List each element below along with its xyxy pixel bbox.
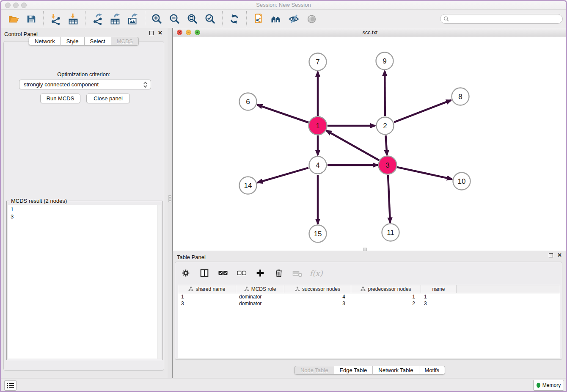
table-row[interactable]: 1dominator411 bbox=[178, 293, 560, 300]
function-builder-button[interactable]: f(x) bbox=[310, 266, 322, 280]
table-panel-float-icon[interactable] bbox=[549, 253, 553, 257]
edge-2-3[interactable] bbox=[386, 135, 387, 155]
table-cell[interactable]: 3 bbox=[421, 300, 457, 307]
memory-label: Memory bbox=[542, 382, 561, 388]
column-header-mcds-role[interactable]: MCDS role bbox=[236, 285, 284, 293]
show-column-panel-button[interactable] bbox=[198, 266, 211, 280]
export-table-icon bbox=[109, 13, 121, 25]
table-panel: Table Panel ✕ bbox=[173, 251, 567, 378]
delete-columns-button[interactable] bbox=[272, 266, 285, 280]
memory-button[interactable]: Memory bbox=[533, 380, 564, 391]
table-cell[interactable]: 2 bbox=[351, 300, 421, 307]
edge-3-10[interactable] bbox=[397, 167, 452, 179]
column-header-shared-name[interactable]: shared name bbox=[178, 285, 236, 293]
table-cell[interactable]: 3 bbox=[284, 300, 351, 307]
export-image-button[interactable] bbox=[125, 11, 141, 27]
network-frame-titlebar[interactable]: ✕ − + scc.txt bbox=[173, 28, 567, 37]
hide-selected-button[interactable] bbox=[286, 11, 302, 27]
graph-node-label-11: 11 bbox=[387, 229, 394, 237]
optimization-criterion-label: Optimization criterion: bbox=[4, 71, 164, 77]
export-table-button[interactable] bbox=[107, 11, 123, 27]
select-stepper-icon bbox=[143, 81, 148, 91]
table-cell[interactable]: 1 bbox=[178, 293, 236, 300]
zoom-in-icon bbox=[151, 13, 163, 25]
graph-node-label-10: 10 bbox=[458, 177, 466, 185]
show-all-button[interactable] bbox=[304, 11, 320, 27]
save-floppy-icon bbox=[26, 14, 37, 25]
fit-content-icon bbox=[187, 13, 198, 25]
edge-2-8[interactable] bbox=[394, 100, 451, 122]
tab-motifs[interactable]: Motifs bbox=[419, 366, 445, 375]
checked-boxes-icon bbox=[217, 268, 228, 279]
export-network-button[interactable] bbox=[89, 11, 105, 27]
task-history-button[interactable] bbox=[4, 380, 17, 391]
tab-edge-table[interactable]: Edge Table bbox=[334, 366, 373, 375]
node-table: shared nameMCDS rolesuccessor nodesprede… bbox=[178, 285, 560, 359]
close-panel-button[interactable]: Close panel bbox=[86, 94, 130, 103]
tab-style[interactable]: Style bbox=[61, 37, 85, 46]
first-neighbors-button[interactable] bbox=[268, 11, 284, 27]
zoom-selected-button[interactable] bbox=[202, 11, 218, 27]
select-all-columns-button[interactable] bbox=[217, 266, 229, 280]
delete-table-button[interactable] bbox=[291, 266, 304, 280]
unchecked-boxes-icon bbox=[236, 268, 247, 279]
export-network-icon bbox=[91, 13, 103, 25]
create-column-button[interactable] bbox=[254, 266, 267, 280]
control-panel-close-icon[interactable]: ✕ bbox=[158, 31, 162, 35]
import-table-button[interactable] bbox=[65, 11, 81, 27]
plus-icon bbox=[255, 268, 265, 278]
search-input[interactable] bbox=[440, 14, 563, 24]
hide-eye-slash-icon bbox=[288, 13, 300, 25]
tab-network-table[interactable]: Network Table bbox=[373, 366, 419, 375]
tab-node-table[interactable]: Node Table bbox=[295, 366, 334, 375]
control-panel-float-icon[interactable] bbox=[149, 31, 154, 35]
table-cell[interactable]: 1 bbox=[351, 293, 421, 300]
zoom-selected-icon bbox=[204, 13, 216, 25]
edge-3-1[interactable] bbox=[326, 130, 379, 160]
table-panel-close-icon[interactable]: ✕ bbox=[557, 253, 562, 257]
result-scrollbar[interactable] bbox=[157, 205, 161, 359]
column-header-name[interactable]: name bbox=[421, 285, 457, 293]
horizontal-splitter-grip[interactable] bbox=[363, 248, 367, 251]
tab-network[interactable]: Network bbox=[29, 37, 61, 46]
import-network-button[interactable] bbox=[47, 11, 63, 27]
tab-mcds[interactable]: MCDS bbox=[111, 37, 139, 46]
table-cell[interactable]: 1 bbox=[421, 293, 457, 300]
table-cell[interactable]: 3 bbox=[178, 300, 236, 307]
graph-node-label-4: 4 bbox=[316, 161, 319, 169]
status-bar: Memory bbox=[0, 378, 567, 392]
edge-2-9[interactable] bbox=[385, 71, 385, 116]
column-header-predecessor-nodes[interactable]: predecessor nodes bbox=[351, 285, 421, 293]
tab-select[interactable]: Select bbox=[85, 37, 111, 46]
graph-node-label-15: 15 bbox=[314, 230, 322, 238]
run-mcds-button[interactable]: Run MCDS bbox=[40, 94, 80, 103]
splitter-grip[interactable] bbox=[168, 195, 171, 202]
table-cell[interactable]: dominator bbox=[236, 300, 284, 307]
table-row[interactable]: 3dominator323 bbox=[178, 300, 560, 307]
zoom-in-button[interactable] bbox=[149, 11, 165, 27]
edge-4-14[interactable] bbox=[257, 168, 308, 182]
new-network-from-selection-button[interactable] bbox=[250, 11, 267, 27]
table-cell[interactable]: dominator bbox=[236, 293, 284, 300]
edge-3-11[interactable] bbox=[388, 175, 390, 223]
apply-layout-button[interactable] bbox=[226, 11, 242, 27]
column-header-successor-nodes[interactable]: successor nodes bbox=[284, 285, 351, 293]
trash-icon bbox=[274, 268, 284, 278]
criterion-select[interactable]: strongly connected component bbox=[19, 80, 151, 89]
graph-node-label-14: 14 bbox=[244, 182, 252, 190]
unselect-all-columns-button[interactable] bbox=[235, 266, 248, 280]
table-options-gear-button[interactable] bbox=[179, 266, 192, 280]
vertical-splitter[interactable] bbox=[168, 28, 173, 378]
import-table-icon bbox=[67, 13, 79, 25]
save-session-button[interactable] bbox=[23, 11, 39, 27]
fit-content-button[interactable] bbox=[184, 11, 201, 27]
edge-1-6[interactable] bbox=[257, 105, 309, 123]
network-canvas[interactable]: 7968124314101511 bbox=[173, 37, 567, 250]
column-tree-icon bbox=[188, 287, 193, 292]
network-graph: 7968124314101511 bbox=[173, 37, 567, 250]
open-session-button[interactable] bbox=[6, 11, 22, 27]
mcds-result-text[interactable]: 1 3 bbox=[8, 205, 161, 359]
table-cell[interactable]: 4 bbox=[284, 293, 351, 300]
graph-node-label-2: 2 bbox=[383, 122, 387, 130]
zoom-out-button[interactable] bbox=[167, 11, 183, 27]
